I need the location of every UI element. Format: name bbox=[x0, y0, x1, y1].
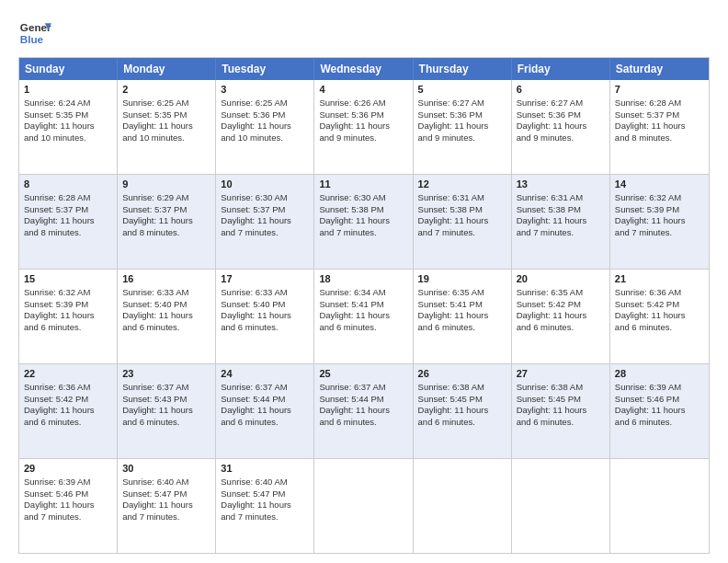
daylight-text: Daylight: 11 hours bbox=[615, 310, 686, 320]
calendar-cell: 26Sunrise: 6:38 AMSunset: 5:45 PMDayligh… bbox=[414, 364, 512, 458]
sunrise-text: Sunrise: 6:25 AM bbox=[122, 98, 188, 108]
sunset-text: Sunset: 5:35 PM bbox=[24, 109, 88, 120]
sunset-text: Sunset: 5:36 PM bbox=[319, 109, 383, 120]
calendar-header-row: SundayMondayTuesdayWednesdayThursdayFrid… bbox=[19, 58, 709, 80]
day-number: 31 bbox=[221, 462, 309, 476]
calendar-cell: 14Sunrise: 6:32 AMSunset: 5:39 PMDayligh… bbox=[610, 175, 709, 269]
day-number: 27 bbox=[517, 367, 605, 381]
calendar-body: 1Sunrise: 6:24 AMSunset: 5:35 PMDaylight… bbox=[19, 80, 709, 553]
sunset-text: Sunset: 5:40 PM bbox=[122, 299, 187, 309]
calendar-cell: 9Sunrise: 6:29 AMSunset: 5:37 PMDaylight… bbox=[118, 175, 216, 269]
daylight-minutes: and 7 minutes. bbox=[615, 227, 672, 237]
day-number: 4 bbox=[319, 83, 407, 97]
daylight-minutes: and 6 minutes. bbox=[615, 417, 672, 427]
daylight-minutes: and 7 minutes. bbox=[122, 511, 179, 522]
daylight-minutes: and 9 minutes. bbox=[418, 132, 475, 143]
calendar-row: 22Sunrise: 6:36 AMSunset: 5:42 PMDayligh… bbox=[19, 363, 709, 458]
day-number: 12 bbox=[418, 178, 506, 191]
daylight-text: Daylight: 11 hours bbox=[517, 215, 587, 225]
calendar-cell: 25Sunrise: 6:37 AMSunset: 5:44 PMDayligh… bbox=[314, 364, 413, 458]
sunset-text: Sunset: 5:42 PM bbox=[615, 299, 679, 309]
daylight-text: Daylight: 11 hours bbox=[221, 310, 291, 320]
calendar-cell: 31Sunrise: 6:40 AMSunset: 5:47 PMDayligh… bbox=[216, 459, 314, 553]
daylight-text: Daylight: 11 hours bbox=[517, 121, 587, 131]
sunrise-text: Sunrise: 6:28 AM bbox=[615, 98, 681, 108]
sunset-text: Sunset: 5:40 PM bbox=[221, 299, 285, 309]
sunrise-text: Sunrise: 6:33 AM bbox=[122, 287, 188, 297]
sunset-text: Sunset: 5:46 PM bbox=[615, 394, 679, 404]
sunset-text: Sunset: 5:35 PM bbox=[122, 109, 187, 120]
daylight-text: Daylight: 11 hours bbox=[615, 215, 686, 225]
calendar-cell bbox=[512, 459, 610, 553]
day-number: 14 bbox=[615, 178, 704, 191]
sunset-text: Sunset: 5:44 PM bbox=[221, 394, 285, 404]
calendar-cell: 29Sunrise: 6:39 AMSunset: 5:46 PMDayligh… bbox=[19, 459, 118, 553]
daylight-text: Daylight: 11 hours bbox=[319, 121, 390, 131]
daylight-minutes: and 6 minutes. bbox=[319, 322, 376, 332]
logo: General Blue bbox=[18, 17, 51, 50]
sunrise-text: Sunrise: 6:33 AM bbox=[221, 287, 287, 297]
daylight-minutes: and 6 minutes. bbox=[615, 322, 672, 332]
day-number: 19 bbox=[418, 272, 506, 286]
daylight-minutes: and 7 minutes. bbox=[418, 227, 475, 237]
daylight-minutes: and 6 minutes. bbox=[221, 417, 278, 427]
day-number: 23 bbox=[122, 367, 210, 381]
sunset-text: Sunset: 5:37 PM bbox=[24, 204, 88, 214]
calendar-cell: 12Sunrise: 6:31 AMSunset: 5:38 PMDayligh… bbox=[414, 175, 512, 269]
day-number: 17 bbox=[221, 272, 309, 286]
sunset-text: Sunset: 5:38 PM bbox=[319, 204, 383, 214]
calendar-cell: 11Sunrise: 6:30 AMSunset: 5:38 PMDayligh… bbox=[314, 175, 413, 269]
sunset-text: Sunset: 5:36 PM bbox=[517, 109, 581, 120]
daylight-text: Daylight: 11 hours bbox=[122, 500, 193, 510]
calendar-cell bbox=[314, 459, 413, 553]
sunset-text: Sunset: 5:46 PM bbox=[24, 488, 88, 499]
calendar-row: 1Sunrise: 6:24 AMSunset: 5:35 PMDaylight… bbox=[19, 80, 709, 174]
sunrise-text: Sunrise: 6:25 AM bbox=[221, 98, 287, 108]
daylight-minutes: and 6 minutes. bbox=[418, 322, 475, 332]
daylight-text: Daylight: 11 hours bbox=[319, 215, 390, 225]
calendar-cell: 1Sunrise: 6:24 AMSunset: 5:35 PMDaylight… bbox=[19, 80, 118, 174]
sunrise-text: Sunrise: 6:27 AM bbox=[418, 98, 484, 108]
sunset-text: Sunset: 5:38 PM bbox=[517, 204, 581, 214]
daylight-minutes: and 7 minutes. bbox=[319, 227, 376, 237]
calendar-row: 8Sunrise: 6:28 AMSunset: 5:37 PMDaylight… bbox=[19, 174, 709, 269]
day-number: 5 bbox=[418, 83, 506, 97]
day-number: 30 bbox=[122, 462, 210, 476]
calendar-cell: 13Sunrise: 6:31 AMSunset: 5:38 PMDayligh… bbox=[512, 175, 610, 269]
calendar-row: 15Sunrise: 6:32 AMSunset: 5:39 PMDayligh… bbox=[19, 269, 709, 363]
daylight-text: Daylight: 11 hours bbox=[418, 405, 489, 415]
sunset-text: Sunset: 5:41 PM bbox=[418, 299, 483, 309]
daylight-text: Daylight: 11 hours bbox=[24, 215, 95, 225]
calendar-cell: 27Sunrise: 6:38 AMSunset: 5:45 PMDayligh… bbox=[512, 364, 610, 458]
daylight-minutes: and 7 minutes. bbox=[24, 511, 81, 522]
calendar-header-cell: Wednesday bbox=[314, 58, 413, 80]
calendar-cell: 6Sunrise: 6:27 AMSunset: 5:36 PMDaylight… bbox=[512, 80, 610, 174]
sunset-text: Sunset: 5:42 PM bbox=[24, 394, 88, 404]
daylight-minutes: and 8 minutes. bbox=[615, 132, 672, 143]
sunset-text: Sunset: 5:37 PM bbox=[122, 204, 187, 214]
calendar-header-cell: Sunday bbox=[19, 58, 118, 80]
day-number: 29 bbox=[24, 462, 112, 476]
calendar-cell: 8Sunrise: 6:28 AMSunset: 5:37 PMDaylight… bbox=[19, 175, 118, 269]
daylight-minutes: and 10 minutes. bbox=[24, 132, 86, 143]
daylight-minutes: and 10 minutes. bbox=[122, 132, 185, 143]
day-number: 25 bbox=[319, 367, 407, 381]
daylight-minutes: and 8 minutes. bbox=[122, 227, 179, 237]
calendar-header-cell: Monday bbox=[118, 58, 216, 80]
sunrise-text: Sunrise: 6:35 AM bbox=[418, 287, 484, 297]
daylight-minutes: and 6 minutes. bbox=[517, 417, 574, 427]
sunrise-text: Sunrise: 6:30 AM bbox=[221, 192, 287, 202]
calendar-cell: 30Sunrise: 6:40 AMSunset: 5:47 PMDayligh… bbox=[118, 459, 216, 553]
page: General Blue SundayMondayTuesdayWednesda… bbox=[0, 0, 728, 563]
sunrise-text: Sunrise: 6:31 AM bbox=[517, 192, 583, 202]
sunrise-text: Sunrise: 6:40 AM bbox=[122, 477, 188, 487]
sunset-text: Sunset: 5:36 PM bbox=[221, 109, 285, 120]
calendar-cell: 10Sunrise: 6:30 AMSunset: 5:37 PMDayligh… bbox=[216, 175, 314, 269]
calendar-cell: 22Sunrise: 6:36 AMSunset: 5:42 PMDayligh… bbox=[19, 364, 118, 458]
calendar-cell: 15Sunrise: 6:32 AMSunset: 5:39 PMDayligh… bbox=[19, 270, 118, 363]
daylight-minutes: and 6 minutes. bbox=[517, 322, 574, 332]
sunrise-text: Sunrise: 6:26 AM bbox=[319, 98, 385, 108]
day-number: 28 bbox=[615, 367, 704, 381]
sunset-text: Sunset: 5:43 PM bbox=[122, 394, 187, 404]
sunrise-text: Sunrise: 6:39 AM bbox=[615, 382, 681, 392]
